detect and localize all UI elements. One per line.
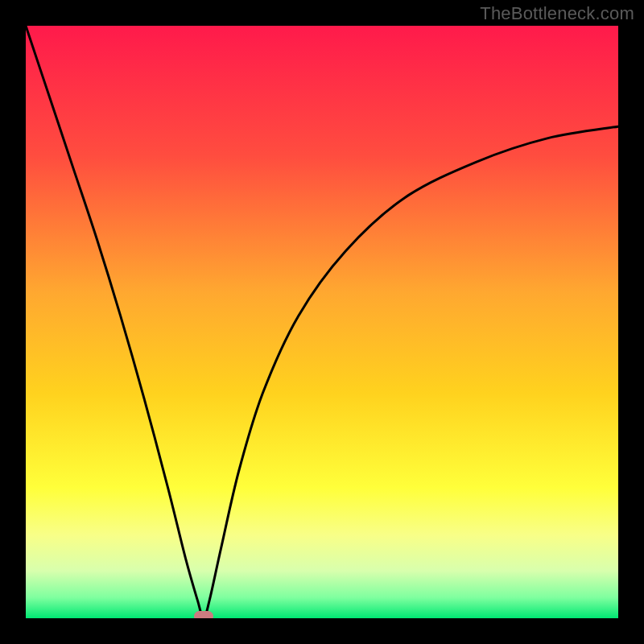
optimal-marker xyxy=(194,611,213,618)
plot-area xyxy=(26,26,618,618)
attribution-text: TheBottleneck.com xyxy=(480,3,634,24)
bottleneck-curve xyxy=(26,26,618,618)
curve-layer xyxy=(26,26,618,618)
chart-frame: TheBottleneck.com xyxy=(0,0,644,644)
